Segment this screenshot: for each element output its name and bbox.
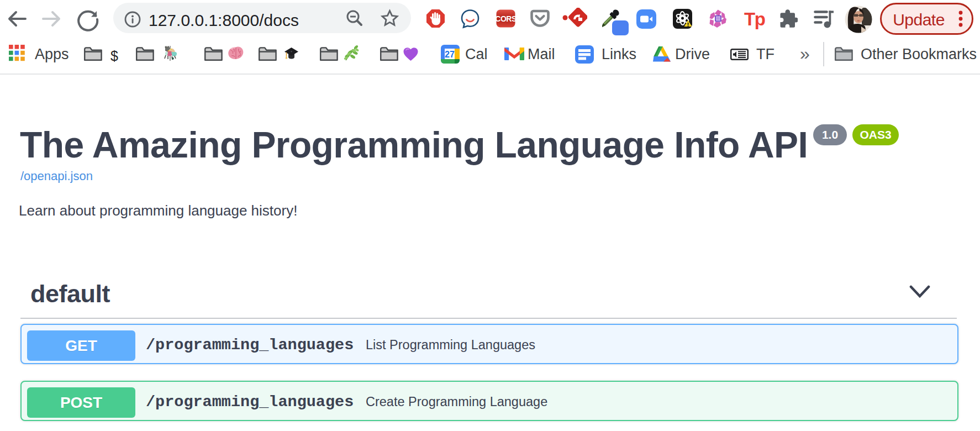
svg-text:CORS: CORS — [496, 14, 515, 23]
svg-text:27: 27 — [445, 50, 455, 59]
